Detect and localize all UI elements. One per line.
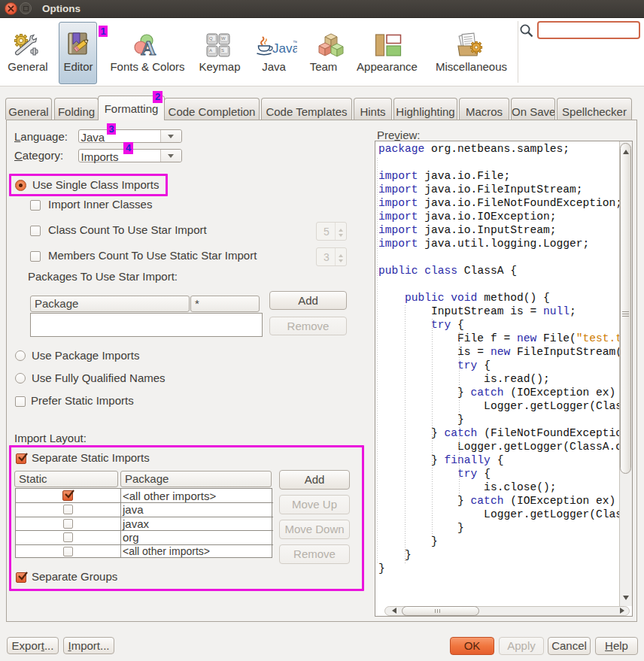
svg-text:A: A — [209, 48, 212, 53]
svg-text:W: W — [221, 36, 226, 41]
svg-text:™: ™ — [293, 40, 297, 45]
svg-text:S: S — [221, 48, 224, 53]
svg-text:A: A — [141, 36, 156, 57]
svg-text:Q: Q — [209, 36, 213, 41]
